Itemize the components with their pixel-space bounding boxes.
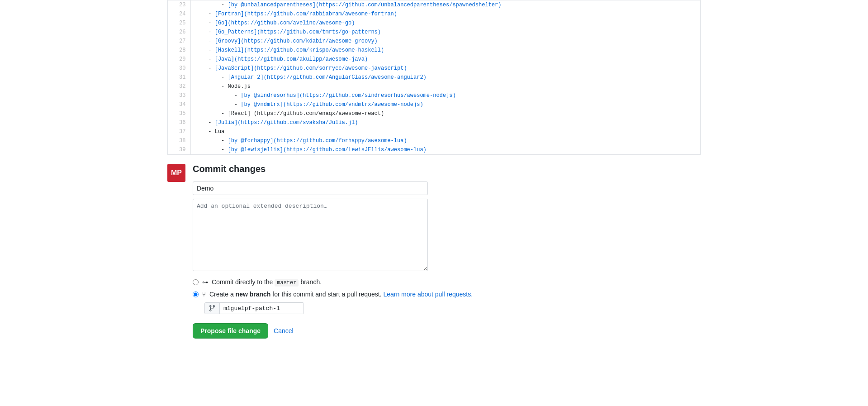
table-row: 29 - [Java](https://github.com/akullpp/a… bbox=[168, 55, 700, 64]
radio-section: ⊶ Commit directly to the master branch. … bbox=[193, 278, 701, 314]
commit-description-textarea[interactable] bbox=[193, 199, 428, 271]
code-link: [Java](https://github.com/akullpp/awesom… bbox=[215, 56, 368, 62]
line-number: 28 bbox=[168, 46, 190, 55]
line-number: 34 bbox=[168, 100, 190, 109]
line-number: 38 bbox=[168, 136, 190, 145]
master-branch-code: master bbox=[275, 279, 299, 287]
fork-icon: ⑂ bbox=[202, 291, 206, 298]
line-content: - [Go](https://github.com/avelino/awesom… bbox=[190, 19, 700, 28]
line-number: 36 bbox=[168, 118, 190, 127]
learn-more-link[interactable]: Learn more about pull requests. bbox=[383, 291, 473, 298]
table-row: 32 - Node.js bbox=[168, 82, 700, 91]
line-content: - [Go_Patterns](https://github.com/tmrts… bbox=[190, 28, 700, 37]
line-number: 35 bbox=[168, 109, 190, 118]
line-content: - Lua bbox=[190, 127, 700, 136]
code-link: [Groovy](https://github.com/kdabir/aweso… bbox=[215, 38, 378, 44]
propose-file-change-button[interactable]: Propose file change bbox=[193, 323, 268, 339]
new-branch-label[interactable]: Create a new branch for this commit and … bbox=[209, 291, 473, 298]
line-number: 37 bbox=[168, 127, 190, 136]
line-number: 29 bbox=[168, 55, 190, 64]
branch-svg-icon bbox=[209, 305, 216, 312]
line-number: 32 bbox=[168, 82, 190, 91]
line-number: 30 bbox=[168, 64, 190, 73]
line-content: - [by @unbalancedparentheses](https://gi… bbox=[190, 0, 700, 10]
branch-git-icon: ⊶ bbox=[202, 279, 208, 286]
table-row: 39 - [by @lewisjellis](https://github.co… bbox=[168, 145, 700, 154]
line-number: 26 bbox=[168, 28, 190, 37]
line-content: - [by @vndmtrx](https://github.com/vndmt… bbox=[190, 100, 700, 109]
button-row: Propose file change Cancel bbox=[193, 323, 701, 339]
line-number: 33 bbox=[168, 91, 190, 100]
code-link: [Fortran](https://github.com/rabbiabram/… bbox=[215, 11, 397, 17]
direct-commit-label[interactable]: Commit directly to the master branch. bbox=[212, 278, 322, 286]
table-row: 36 - [Julia](https://github.com/svaksha/… bbox=[168, 118, 700, 127]
code-link: [by @unbalancedparentheses](https://gith… bbox=[228, 2, 502, 8]
table-row: 27 - [Groovy](https://github.com/kdabir/… bbox=[168, 37, 700, 46]
table-row: 31 - [Angular 2](https://github.com/Angu… bbox=[168, 73, 700, 82]
code-link: [Julia](https://github.com/svaksha/Julia… bbox=[215, 119, 358, 126]
line-content: - [Groovy](https://github.com/kdabir/awe… bbox=[190, 37, 700, 46]
code-area: 23 - [by @unbalancedparentheses](https:/… bbox=[167, 0, 701, 155]
code-link: [JavaScript](https://github.com/sorrycc/… bbox=[215, 65, 407, 72]
line-content: - [JavaScript](https://github.com/sorryc… bbox=[190, 64, 700, 73]
code-link: [by @vndmtrx](https://github.com/vndmtrx… bbox=[241, 101, 423, 108]
cancel-button[interactable]: Cancel bbox=[272, 325, 295, 337]
line-content: - [React] (https://github.com/enaqx/awes… bbox=[190, 109, 700, 118]
line-content: - [by @lewisjellis](https://github.com/L… bbox=[190, 145, 700, 154]
avatar: MP bbox=[167, 164, 185, 182]
code-table: 23 - [by @unbalancedparentheses](https:/… bbox=[168, 0, 700, 154]
line-content: - Node.js bbox=[190, 82, 700, 91]
table-row: 24 - [Fortran](https://github.com/rabbia… bbox=[168, 10, 700, 19]
line-content: - [Julia](https://github.com/svaksha/Jul… bbox=[190, 118, 700, 127]
line-content: - [Haskell](https://github.com/krispo/aw… bbox=[190, 46, 700, 55]
line-number: 25 bbox=[168, 19, 190, 28]
direct-commit-radio[interactable] bbox=[193, 279, 199, 285]
new-branch-option: ⑂ Create a new branch for this commit an… bbox=[193, 291, 701, 298]
code-link: [Angular 2](https://github.com/AngularCl… bbox=[228, 74, 427, 81]
line-number: 23 bbox=[168, 0, 190, 10]
code-link: [Haskell](https://github.com/krispo/awes… bbox=[215, 47, 384, 53]
line-content: - [by @sindresorhus](https://github.com/… bbox=[190, 91, 700, 100]
line-number: 27 bbox=[168, 37, 190, 46]
line-number: 31 bbox=[168, 73, 190, 82]
table-row: 34 - [by @vndmtrx](https://github.com/vn… bbox=[168, 100, 700, 109]
code-link: [Go_Patterns](https://github.com/tmrts/g… bbox=[215, 29, 381, 35]
line-content: - [by @forhappy](https://github.com/forh… bbox=[190, 136, 700, 145]
branch-name-input[interactable] bbox=[220, 303, 304, 314]
new-branch-radio[interactable] bbox=[193, 291, 199, 297]
table-row: 33 - [by @sindresorhus](https://github.c… bbox=[168, 91, 700, 100]
avatar-commit-row: MP Commit changes ⊶ Commit directly to t… bbox=[167, 164, 701, 339]
page-container: 23 - [by @unbalancedparentheses](https:/… bbox=[0, 0, 868, 406]
commit-message-input[interactable] bbox=[193, 182, 428, 195]
table-row: 28 - [Haskell](https://github.com/krispo… bbox=[168, 46, 700, 55]
table-row: 38 - [by @forhappy](https://github.com/f… bbox=[168, 136, 700, 145]
table-row: 26 - [Go_Patterns](https://github.com/tm… bbox=[168, 28, 700, 37]
line-number: 24 bbox=[168, 10, 190, 19]
commit-section: MP Commit changes ⊶ Commit directly to t… bbox=[167, 164, 701, 357]
table-row: 35 - [React] (https://github.com/enaqx/a… bbox=[168, 109, 700, 118]
table-row: 30 - [JavaScript](https://github.com/sor… bbox=[168, 64, 700, 73]
code-link: [by @sindresorhus](https://github.com/si… bbox=[241, 92, 455, 99]
code-link: [by @lewisjellis](https://github.com/Lew… bbox=[228, 147, 427, 153]
line-number: 39 bbox=[168, 145, 190, 154]
code-link: [Go](https://github.com/avelino/awesome-… bbox=[215, 20, 355, 26]
table-row: 25 - [Go](https://github.com/avelino/awe… bbox=[168, 19, 700, 28]
table-row: 23 - [by @unbalancedparentheses](https:/… bbox=[168, 0, 700, 10]
table-row: 37 - Lua bbox=[168, 127, 700, 136]
line-content: - [Fortran](https://github.com/rabbiabra… bbox=[190, 10, 700, 19]
commit-title: Commit changes bbox=[193, 164, 701, 174]
line-content: - [Angular 2](https://github.com/Angular… bbox=[190, 73, 700, 82]
branch-name-wrap bbox=[204, 302, 304, 314]
code-link: [by @forhappy](https://github.com/forhap… bbox=[228, 138, 407, 144]
line-content: - [Java](https://github.com/akullpp/awes… bbox=[190, 55, 700, 64]
direct-commit-option: ⊶ Commit directly to the master branch. bbox=[193, 278, 701, 286]
commit-form: Commit changes ⊶ Commit directly to the … bbox=[193, 164, 701, 339]
branch-prefix-icon bbox=[205, 303, 220, 314]
